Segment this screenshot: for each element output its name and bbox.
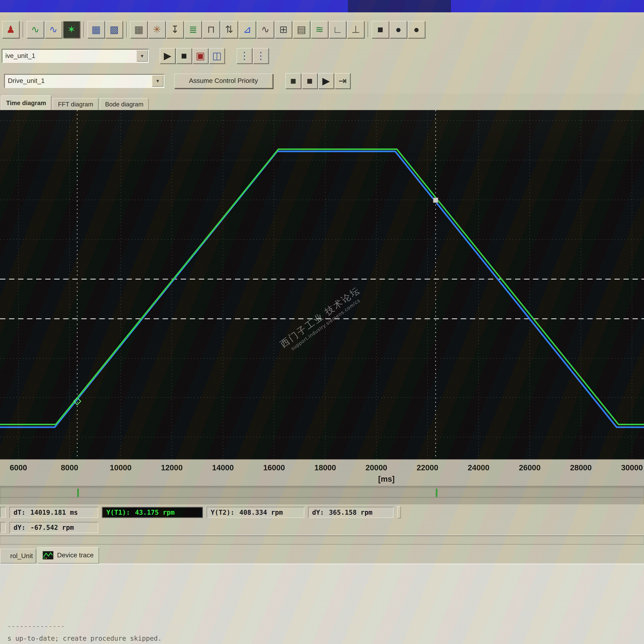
drive-on-icon: ■ [307,76,313,86]
x-tick-label: 18000 [314,463,336,472]
drive-jog-button[interactable]: ⇥ [335,73,350,89]
tab-device-trace[interactable]: Device trace [37,547,99,563]
tile-windows-button[interactable]: ▦ [87,21,105,38]
x-tick-label: 12000 [161,463,183,472]
start-trace-icon: ▶ [164,51,171,61]
x-tick-label: 26000 [519,463,540,472]
app-tool-icon: ♟ [6,25,15,34]
cursor-2-icon: ⊥ [351,25,360,34]
tile-windows-icon: ▦ [91,25,101,34]
start-trace-button[interactable]: ▶ [160,48,175,64]
x-tick-label: 20000 [365,463,387,472]
sine-function-button[interactable]: ∿ [257,21,274,38]
x-axis: 6000800010000120001400016000180002000022… [0,459,644,486]
bode-diagram-icon: ✶ [67,25,75,34]
diagram-tab-bar: Time diagram FFT diagram Bode diagram [0,94,644,110]
fft-diagram-button[interactable]: ∿ [45,21,62,38]
tab-device-trace-label: Device trace [57,552,94,559]
y-t1-readout: Y(T1): 43.175 rpm [102,507,203,518]
measurement-separator [397,506,401,518]
cursor-track[interactable] [0,486,644,504]
x-tick-label: 30000 [621,463,643,472]
tab-control-unit[interactable]: rol_Unit [0,549,36,563]
trapezoid-signal-button[interactable]: ⊓ [203,21,220,38]
tab-control-unit-label: rol_Unit [10,552,33,560]
trace-source-combo[interactable]: ive_unit_1 ▼ [2,49,149,63]
tab-bode-diagram[interactable]: Bode diagram [100,98,149,110]
app-tool-button[interactable]: ♟ [2,21,19,38]
time-diagram-icon: ∿ [31,25,39,34]
step-function-button[interactable]: ⊿ [239,21,256,38]
color-circle-1-button[interactable]: ● [390,21,407,38]
drive-off-icon: ■ [290,76,296,86]
y-t1-label: Y(T1): [106,508,130,516]
assume-control-priority-button[interactable]: Assume Control Priority [174,74,273,88]
color-circle-2-button[interactable]: ● [408,21,425,38]
chevron-down-icon[interactable]: ▼ [152,75,164,87]
zoom-extents-button[interactable]: ⊞ [275,21,292,38]
delta-y-readout: dY: 365.158 rpm [308,507,393,518]
y-t2-readout: Y(T2): 408.334 rpm [207,507,304,518]
application-window: ♟∿∿✶▦▩▦✳↧≣⊓⇅⊿∿⊞▤≋∟⊥■●● ive_unit_1 ▼ ▶■▣◫… [0,0,644,644]
toolbar-separator [368,22,368,37]
x-tick-label: 22000 [417,463,438,472]
chevron-down-icon[interactable]: ▼ [136,50,148,62]
scale-updown-button[interactable]: ⇅ [221,21,238,38]
measurement-stub [0,507,6,517]
delta-y-cursor-readout: dY: -67.542 rpm [10,522,98,533]
delta-y-label: dY: [312,508,324,516]
save-trace-button[interactable]: ◫ [209,48,225,64]
delta-t-label: dT: [14,508,26,516]
drive-run-button[interactable]: ▶ [318,73,334,89]
new-window-button[interactable]: ▩ [105,21,123,38]
cursor-1-icon: ∟ [333,25,342,34]
cursor-2-button[interactable]: ⊥ [347,21,364,38]
tab-time-diagram[interactable]: Time diagram [1,95,51,110]
trace-chart[interactable]: 西门子工业 技术论坛 support.industry.siemens.com/… [0,110,644,459]
align-signals-button[interactable]: ≣ [184,21,202,38]
drive-on-button[interactable]: ■ [302,73,318,89]
measurement-stub [0,522,6,533]
x-tick-label: 10000 [110,463,131,472]
trace-toolbar: ive_unit_1 ▼ ▶■▣◫⋮⋮ [0,44,644,68]
trace-plot[interactable] [0,110,644,459]
toolbar-separator [83,22,84,37]
trace-transport-buttons: ▶■▣◫⋮⋮ [159,48,269,64]
layers-button[interactable]: ▤ [293,21,310,38]
output-panel: -------------- s up-to-date; create proc… [0,563,644,644]
x-tick-label: 28000 [570,463,592,472]
drive-unit-combo[interactable]: Drive_unit_1 ▼ [4,74,164,88]
y-t2-label: Y(T2): [211,508,234,516]
bode-diagram-button[interactable]: ✶ [63,21,80,38]
time-diagram-button[interactable]: ∿ [27,21,44,38]
cursor-position-mark[interactable] [77,489,79,497]
tab-fft-diagram[interactable]: FFT diagram [53,98,99,110]
measurement-bar: dT: 14019.181 ms Y(T1): 43.175 rpm Y(T2)… [0,504,644,520]
pin-signal-1-button[interactable]: ⋮ [237,48,252,64]
color-square-icon: ■ [377,25,383,34]
signal-settings-button[interactable]: ✳ [148,21,166,38]
color-square-button[interactable]: ■ [372,21,389,38]
window-titlebar[interactable] [0,0,644,12]
pin-signal-2-button[interactable]: ⋮ [253,48,269,64]
status-message: s up-to-date; create procedure skipped. [7,634,162,642]
trace-source-value: ive_unit_1 [2,52,136,60]
delta-y-value: 365.158 rpm [329,508,372,516]
measurement-table-icon: ▦ [134,25,143,34]
load-curve-button[interactable]: ↧ [166,21,184,38]
cursor-1-button[interactable]: ∟ [329,21,346,38]
smooth-curve-button[interactable]: ≋ [311,21,328,38]
hscroll-strip[interactable] [0,535,644,544]
cursor-position-mark[interactable] [436,489,437,497]
color-circle-1-icon: ● [395,25,401,34]
delta-y-cursor-label: dY: [14,523,26,531]
measurement-table-button[interactable]: ▦ [130,21,148,38]
x-tick-label: 8000 [61,463,78,472]
abort-trace-icon: ▣ [196,51,205,61]
cursor-track-groove [0,497,644,498]
layers-icon: ▤ [297,25,306,34]
fft-diagram-icon: ∿ [49,25,57,34]
drive-off-button[interactable]: ■ [285,73,301,89]
stop-trace-button[interactable]: ■ [176,48,192,64]
abort-trace-button[interactable]: ▣ [193,48,208,64]
